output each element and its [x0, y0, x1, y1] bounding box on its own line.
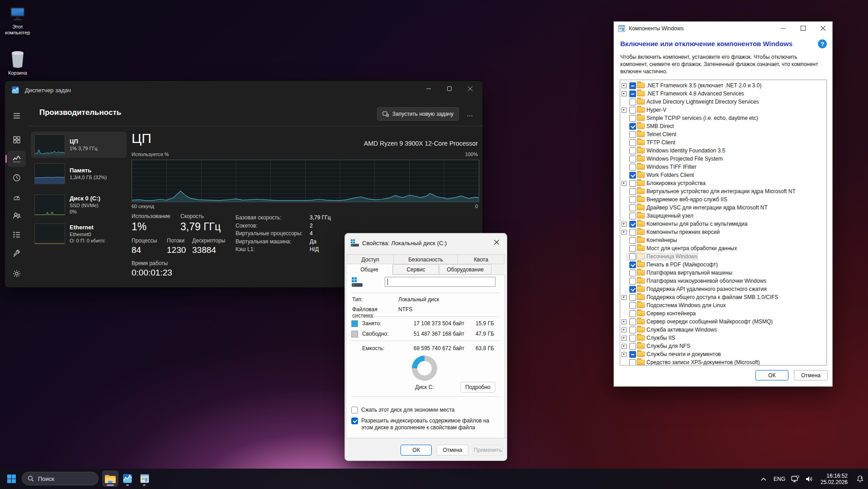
tab-tools[interactable]: Сервис	[393, 264, 439, 275]
sidebar-item-services[interactable]	[8, 246, 26, 262]
feature-checkbox[interactable]	[629, 310, 636, 317]
index-checkbox[interactable]	[351, 418, 358, 424]
cancel-button[interactable]: Отмена	[794, 370, 828, 380]
minimize-button[interactable]	[776, 23, 790, 33]
feature-checkbox[interactable]	[629, 164, 636, 171]
maximize-button[interactable]	[796, 23, 810, 33]
feature-checkbox[interactable]	[629, 213, 636, 219]
feature-checkbox[interactable]	[629, 147, 636, 154]
expand-plus-icon[interactable]	[622, 295, 627, 300]
feature-checkbox[interactable]	[629, 237, 636, 244]
feature-checkbox[interactable]	[629, 359, 636, 366]
feature-checkbox[interactable]	[629, 139, 636, 146]
sidebar-item-users[interactable]	[8, 208, 26, 224]
ok-button[interactable]: ОК	[755, 370, 788, 380]
feature-checkbox[interactable]	[629, 123, 636, 130]
desktop-icon-this-pc[interactable]: Этот компьютер	[0, 6, 35, 36]
feature-checkbox[interactable]	[629, 302, 636, 309]
feature-checkbox[interactable]	[629, 90, 636, 97]
feature-checkbox[interactable]	[629, 327, 636, 333]
feature-checkbox[interactable]	[629, 294, 636, 301]
metric-item-memory[interactable]: Память 1,3/4,0 ГБ (32%)	[31, 161, 127, 187]
sidebar-item-processes[interactable]	[8, 132, 26, 148]
sidebar-item-startup-apps[interactable]	[8, 189, 26, 205]
feature-checkbox[interactable]	[629, 188, 636, 195]
start-button[interactable]	[7, 475, 16, 483]
feature-checkbox[interactable]	[629, 115, 636, 122]
expand-plus-icon[interactable]	[622, 108, 627, 113]
minimize-button[interactable]	[418, 81, 439, 96]
help-icon[interactable]: ?	[818, 39, 827, 48]
features-titlebar[interactable]: Компоненты Windows	[614, 22, 832, 35]
notification-bell-icon[interactable]	[852, 469, 868, 489]
feature-checkbox[interactable]	[629, 261, 636, 268]
feature-checkbox[interactable]	[629, 156, 636, 162]
feature-checkbox[interactable]	[629, 343, 636, 350]
tab-quota[interactable]: Квота	[458, 254, 505, 264]
taskbar-app-windows-features[interactable]	[137, 470, 153, 487]
expand-plus-icon[interactable]	[622, 230, 627, 235]
feature-checkbox[interactable]	[629, 229, 636, 236]
cancel-button[interactable]: Отмена	[437, 445, 468, 456]
tab-general[interactable]: Общие	[346, 264, 393, 275]
feature-checkbox[interactable]	[629, 99, 636, 105]
tab-security[interactable]: Безопасность	[393, 254, 458, 264]
tab-hardware[interactable]: Оборудование	[439, 264, 491, 275]
feature-checkbox[interactable]	[629, 278, 636, 285]
sidebar-item-settings[interactable]	[8, 266, 26, 282]
expand-plus-icon[interactable]	[622, 181, 627, 186]
tray-chevron-icon[interactable]	[757, 469, 770, 489]
close-button[interactable]	[816, 23, 830, 33]
tab-access[interactable]: Доступ	[347, 254, 394, 264]
expand-plus-icon[interactable]	[622, 319, 627, 324]
expand-plus-icon[interactable]	[622, 222, 627, 227]
close-button[interactable]	[490, 236, 503, 248]
feature-checkbox[interactable]	[629, 221, 636, 228]
expand-plus-icon[interactable]	[622, 91, 627, 96]
feature-checkbox[interactable]	[629, 335, 636, 342]
sidebar-item-performance[interactable]	[8, 151, 26, 167]
task-manager-titlebar[interactable]: Диспетчер задач	[5, 81, 482, 99]
feature-checkbox[interactable]	[629, 318, 636, 325]
desktop-icon-recycle-bin[interactable]: Корзина	[0, 50, 35, 76]
volume-icon[interactable]	[802, 469, 816, 489]
feature-checkbox[interactable]	[629, 107, 636, 114]
tray-clock[interactable]: 16:16:52 25.02.2026	[816, 469, 852, 489]
menu-icon[interactable]	[8, 108, 26, 124]
feature-checkbox[interactable]	[629, 180, 636, 187]
feature-checkbox[interactable]	[629, 196, 636, 203]
network-icon[interactable]	[788, 469, 802, 489]
ok-button[interactable]: ОК	[401, 445, 432, 456]
volume-label-input[interactable]	[385, 277, 495, 287]
apply-button[interactable]: Применить	[473, 445, 503, 456]
metric-item-ethernet[interactable]: Ethernet Ethernet0 О: 0 П: 0 кбит/с	[31, 219, 127, 248]
run-new-task-button[interactable]: Запустить новую задачу	[377, 107, 459, 121]
compress-checkbox[interactable]	[351, 407, 358, 413]
taskbar-app-file-explorer[interactable]	[102, 470, 118, 487]
expand-plus-icon[interactable]	[622, 336, 627, 341]
expand-plus-icon[interactable]	[622, 352, 627, 357]
sidebar-item-app-history[interactable]	[8, 170, 26, 186]
feature-checkbox[interactable]	[629, 245, 636, 252]
features-list[interactable]: .NET Framework 3.5 (включает .NET 2.0 и …	[620, 80, 827, 366]
feature-checkbox[interactable]	[629, 131, 636, 138]
tray-language[interactable]: ENG	[770, 469, 788, 489]
feature-checkbox[interactable]	[629, 204, 636, 211]
taskbar-search[interactable]: Поиск	[22, 472, 99, 485]
feature-checkbox[interactable]	[629, 253, 636, 260]
feature-checkbox[interactable]	[629, 286, 636, 293]
taskbar-app-task-manager[interactable]	[119, 470, 136, 487]
sidebar-item-details[interactable]	[8, 227, 26, 243]
feature-checkbox[interactable]	[629, 172, 636, 179]
feature-checkbox[interactable]	[629, 351, 636, 358]
feature-checkbox[interactable]	[629, 82, 636, 89]
feature-checkbox[interactable]	[629, 270, 636, 276]
expand-plus-icon[interactable]	[622, 328, 627, 332]
metric-item-cpu[interactable]: ЦП 1% 3,79 ГГц	[31, 132, 127, 158]
metric-item-disk[interactable]: Диск 0 (C:) SSD (NVMe) 0%	[31, 190, 127, 219]
details-button[interactable]: Подробно	[460, 382, 495, 393]
more-options-button[interactable]: …	[463, 107, 476, 120]
expand-plus-icon[interactable]	[622, 344, 627, 349]
expand-plus-icon[interactable]	[622, 83, 627, 88]
maximize-button[interactable]	[439, 81, 460, 96]
